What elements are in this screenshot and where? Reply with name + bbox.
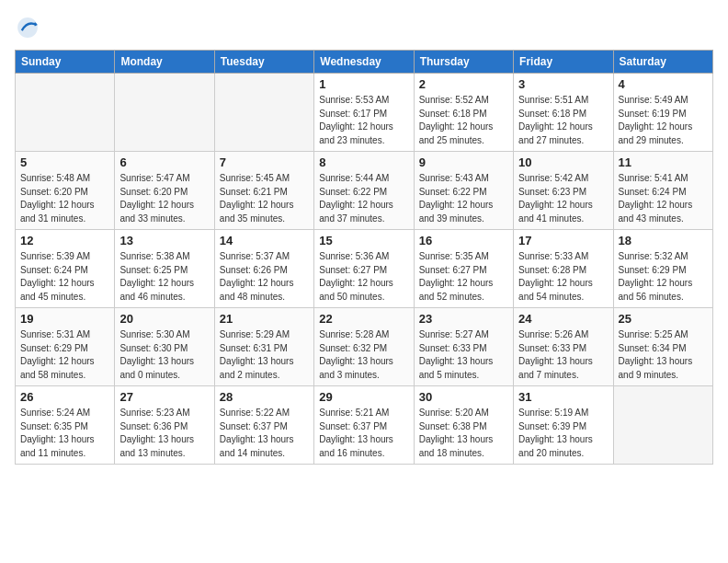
calendar-cell [613, 386, 712, 465]
calendar-cell: 23Sunrise: 5:27 AM Sunset: 6:33 PM Dayli… [414, 308, 513, 386]
day-info: Sunrise: 5:49 AM Sunset: 6:19 PM Dayligh… [619, 94, 708, 147]
day-info: Sunrise: 5:44 AM Sunset: 6:22 PM Dayligh… [319, 172, 408, 225]
calendar-cell: 31Sunrise: 5:19 AM Sunset: 6:39 PM Dayli… [514, 386, 613, 465]
day-number: 22 [319, 312, 408, 326]
calendar-cell: 30Sunrise: 5:20 AM Sunset: 6:38 PM Dayli… [414, 386, 513, 465]
calendar-table: SundayMondayTuesdayWednesdayThursdayFrid… [15, 50, 713, 465]
calendar-cell: 19Sunrise: 5:31 AM Sunset: 6:29 PM Dayli… [16, 308, 115, 386]
calendar-header-tuesday: Tuesday [214, 51, 313, 74]
calendar-week-row: 19Sunrise: 5:31 AM Sunset: 6:29 PM Dayli… [16, 308, 713, 386]
calendar-cell [214, 74, 313, 152]
day-number: 28 [220, 390, 309, 404]
day-number: 7 [220, 155, 309, 169]
day-number: 13 [119, 234, 209, 247]
calendar-cell: 5Sunrise: 5:48 AM Sunset: 6:20 PM Daylig… [16, 152, 115, 230]
calendar-cell: 28Sunrise: 5:22 AM Sunset: 6:37 PM Dayli… [214, 386, 313, 465]
calendar-cell: 26Sunrise: 5:24 AM Sunset: 6:35 PM Dayli… [16, 386, 115, 465]
calendar-header-wednesday: Wednesday [314, 51, 414, 74]
day-number: 14 [220, 234, 309, 247]
day-info: Sunrise: 5:29 AM Sunset: 6:31 PM Dayligh… [220, 328, 309, 382]
calendar-cell [16, 74, 115, 152]
day-number: 12 [20, 234, 109, 247]
calendar-cell: 3Sunrise: 5:51 AM Sunset: 6:18 PM Daylig… [514, 74, 613, 152]
calendar-cell: 24Sunrise: 5:26 AM Sunset: 6:33 PM Dayli… [514, 308, 613, 386]
day-number: 26 [20, 390, 109, 404]
day-info: Sunrise: 5:36 AM Sunset: 6:27 PM Dayligh… [319, 250, 408, 304]
day-number: 23 [419, 312, 508, 326]
calendar-cell: 10Sunrise: 5:42 AM Sunset: 6:23 PM Dayli… [514, 152, 613, 230]
calendar-cell: 15Sunrise: 5:36 AM Sunset: 6:27 PM Dayli… [314, 230, 414, 308]
day-number: 20 [119, 312, 209, 326]
day-info: Sunrise: 5:51 AM Sunset: 6:18 PM Dayligh… [518, 94, 608, 147]
day-info: Sunrise: 5:38 AM Sunset: 6:25 PM Dayligh… [119, 250, 209, 304]
calendar-header-row: SundayMondayTuesdayWednesdayThursdayFrid… [16, 51, 713, 74]
day-info: Sunrise: 5:35 AM Sunset: 6:27 PM Dayligh… [419, 250, 508, 304]
calendar-cell: 27Sunrise: 5:23 AM Sunset: 6:36 PM Dayli… [115, 386, 214, 465]
day-number: 4 [619, 77, 708, 91]
day-number: 25 [619, 312, 708, 326]
day-info: Sunrise: 5:45 AM Sunset: 6:21 PM Dayligh… [220, 172, 309, 225]
day-info: Sunrise: 5:42 AM Sunset: 6:23 PM Dayligh… [518, 172, 608, 225]
logo-icon [15, 15, 40, 40]
day-number: 11 [619, 155, 708, 169]
day-number: 6 [119, 155, 209, 169]
day-number: 30 [419, 390, 508, 404]
day-info: Sunrise: 5:25 AM Sunset: 6:34 PM Dayligh… [619, 328, 708, 382]
day-info: Sunrise: 5:53 AM Sunset: 6:17 PM Dayligh… [319, 94, 408, 147]
calendar-header-friday: Friday [514, 51, 613, 74]
calendar-cell: 7Sunrise: 5:45 AM Sunset: 6:21 PM Daylig… [214, 152, 313, 230]
calendar-header-monday: Monday [115, 51, 214, 74]
day-info: Sunrise: 5:22 AM Sunset: 6:37 PM Dayligh… [220, 407, 309, 460]
day-number: 29 [319, 390, 408, 404]
day-info: Sunrise: 5:37 AM Sunset: 6:26 PM Dayligh… [220, 250, 309, 304]
day-info: Sunrise: 5:26 AM Sunset: 6:33 PM Dayligh… [518, 328, 608, 382]
calendar-cell: 11Sunrise: 5:41 AM Sunset: 6:24 PM Dayli… [613, 152, 712, 230]
day-info: Sunrise: 5:19 AM Sunset: 6:39 PM Dayligh… [518, 407, 608, 460]
day-info: Sunrise: 5:32 AM Sunset: 6:29 PM Dayligh… [619, 250, 708, 304]
calendar-week-row: 5Sunrise: 5:48 AM Sunset: 6:20 PM Daylig… [16, 152, 713, 230]
calendar-week-row: 26Sunrise: 5:24 AM Sunset: 6:35 PM Dayli… [16, 386, 713, 465]
day-number: 9 [419, 155, 508, 169]
day-info: Sunrise: 5:33 AM Sunset: 6:28 PM Dayligh… [518, 250, 608, 304]
logo [15, 15, 44, 40]
day-number: 31 [518, 390, 608, 404]
calendar-header-saturday: Saturday [613, 51, 712, 74]
calendar-week-row: 12Sunrise: 5:39 AM Sunset: 6:24 PM Dayli… [16, 230, 713, 308]
day-info: Sunrise: 5:41 AM Sunset: 6:24 PM Dayligh… [619, 172, 708, 225]
day-info: Sunrise: 5:24 AM Sunset: 6:35 PM Dayligh… [20, 407, 109, 460]
day-number: 21 [220, 312, 309, 326]
day-number: 15 [319, 234, 408, 247]
calendar-week-row: 1Sunrise: 5:53 AM Sunset: 6:17 PM Daylig… [16, 74, 713, 152]
calendar-cell: 4Sunrise: 5:49 AM Sunset: 6:19 PM Daylig… [613, 74, 712, 152]
calendar-cell: 21Sunrise: 5:29 AM Sunset: 6:31 PM Dayli… [214, 308, 313, 386]
calendar-cell: 25Sunrise: 5:25 AM Sunset: 6:34 PM Dayli… [613, 308, 712, 386]
day-info: Sunrise: 5:21 AM Sunset: 6:37 PM Dayligh… [319, 407, 408, 460]
day-number: 5 [20, 155, 109, 169]
day-number: 18 [619, 234, 708, 247]
calendar-cell: 14Sunrise: 5:37 AM Sunset: 6:26 PM Dayli… [214, 230, 313, 308]
day-info: Sunrise: 5:27 AM Sunset: 6:33 PM Dayligh… [419, 328, 508, 382]
calendar-cell [115, 74, 214, 152]
day-info: Sunrise: 5:28 AM Sunset: 6:32 PM Dayligh… [319, 328, 408, 382]
day-number: 2 [419, 77, 508, 91]
day-info: Sunrise: 5:43 AM Sunset: 6:22 PM Dayligh… [419, 172, 508, 225]
day-info: Sunrise: 5:48 AM Sunset: 6:20 PM Dayligh… [20, 172, 109, 225]
calendar-cell: 29Sunrise: 5:21 AM Sunset: 6:37 PM Dayli… [314, 386, 414, 465]
calendar-cell: 17Sunrise: 5:33 AM Sunset: 6:28 PM Dayli… [514, 230, 613, 308]
day-info: Sunrise: 5:31 AM Sunset: 6:29 PM Dayligh… [20, 328, 109, 382]
day-number: 10 [518, 155, 608, 169]
day-number: 27 [119, 390, 209, 404]
day-number: 8 [319, 155, 408, 169]
day-info: Sunrise: 5:30 AM Sunset: 6:30 PM Dayligh… [119, 328, 209, 382]
calendar-cell: 6Sunrise: 5:47 AM Sunset: 6:20 PM Daylig… [115, 152, 214, 230]
calendar-cell: 12Sunrise: 5:39 AM Sunset: 6:24 PM Dayli… [16, 230, 115, 308]
day-number: 19 [20, 312, 109, 326]
calendar-cell: 13Sunrise: 5:38 AM Sunset: 6:25 PM Dayli… [115, 230, 214, 308]
day-info: Sunrise: 5:20 AM Sunset: 6:38 PM Dayligh… [419, 407, 508, 460]
day-info: Sunrise: 5:52 AM Sunset: 6:18 PM Dayligh… [419, 94, 508, 147]
day-info: Sunrise: 5:47 AM Sunset: 6:20 PM Dayligh… [119, 172, 209, 225]
calendar-cell: 20Sunrise: 5:30 AM Sunset: 6:30 PM Dayli… [115, 308, 214, 386]
day-number: 24 [518, 312, 608, 326]
calendar-header-thursday: Thursday [414, 51, 513, 74]
calendar-cell: 9Sunrise: 5:43 AM Sunset: 6:22 PM Daylig… [414, 152, 513, 230]
